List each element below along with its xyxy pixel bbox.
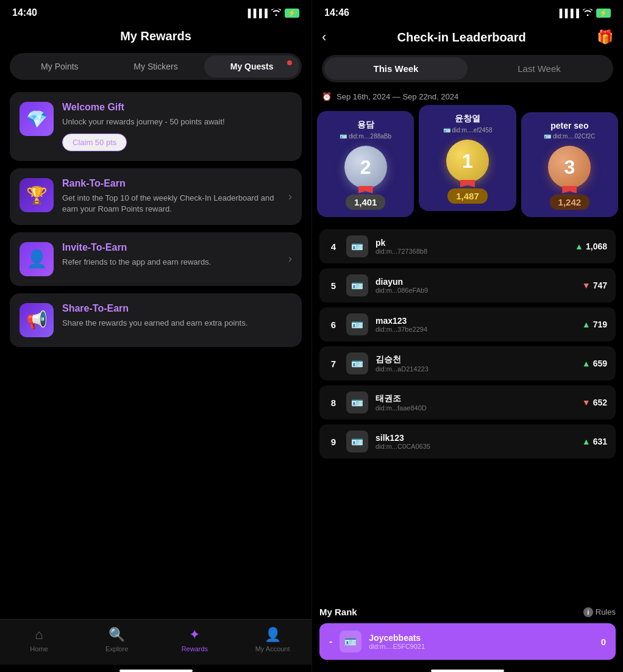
battery-icon: ⚡: [285, 9, 299, 18]
my-rank-score: 0: [601, 637, 606, 647]
lb-score-4: ▲ 1,068: [575, 241, 607, 251]
my-rank-bar: My Rank i Rules: [312, 601, 623, 623]
lb-did-6: did:m...37be2294: [376, 326, 575, 333]
my-rank-label: My Rank: [319, 607, 357, 617]
rewards-icon: ✦: [189, 627, 200, 643]
quest-arrow-rank[interactable]: ›: [288, 190, 292, 203]
lb-row-5: 5 🪪 diayun did:m...086eFAb9 ▼ 747: [319, 268, 616, 302]
lb-did-9: did:m...C0CA0635: [376, 443, 575, 450]
lb-name-5: diayun: [376, 277, 575, 287]
status-icons-right: ▐▐▐▐ ⚡: [557, 9, 611, 18]
lb-name-9: silk123: [376, 433, 575, 443]
lb-info-5: diayun did:m...086eFAb9: [376, 277, 575, 294]
lb-rank-5: 5: [328, 281, 339, 291]
quest-title-welcome: Welcome Gift: [62, 102, 292, 113]
lb-rank-6: 6: [328, 320, 339, 330]
lb-did-7: did:m...aD214223: [376, 365, 575, 373]
time-left: 14:40: [12, 7, 37, 18]
podium: 용담 🪪 did:m....288aBb 2 1,401 윤창열 🪪 did:m…: [312, 111, 623, 229]
tab-last-week[interactable]: Last Week: [468, 57, 611, 80]
avatar-icon-3rd: 🪪: [544, 133, 551, 140]
lb-did-4: did:m...727368b8: [376, 248, 568, 255]
quest-content-invite: Invite-To-Earn Refer friends to the app …: [62, 242, 280, 268]
rules-label: Rules: [596, 607, 616, 617]
medal-3rd: 3: [548, 146, 591, 188]
trend-icon-6: ▲: [582, 320, 591, 329]
podium-1st: 윤창열 🪪 did:m....ef2458 1 1,487: [419, 105, 516, 211]
lb-name-8: 태권조: [376, 393, 575, 404]
info-icon: i: [583, 607, 593, 617]
medal-ribbon-2nd: [358, 186, 373, 193]
claim-button[interactable]: Claim 50 pts: [62, 134, 127, 151]
quest-title-invite: Invite-To-Earn: [62, 242, 280, 253]
bottom-indicator-right: [431, 670, 504, 672]
lb-info-7: 김승천 did:m...aD214223: [376, 354, 575, 373]
nav-rewards-label: Rewards: [182, 645, 208, 652]
podium-3rd: peter seo 🪪 did:m....02Cf2C 3 1,242: [521, 112, 618, 217]
podium-2nd-did: 🪪 did:m....288aBb: [340, 133, 391, 140]
nav-rewards[interactable]: ✦ Rewards: [176, 627, 213, 652]
wifi-icon: [271, 9, 281, 18]
quest-content-rank: Rank-To-Earn Get into the Top 10 of the …: [62, 178, 280, 215]
tab-my-quests[interactable]: My Quests: [204, 55, 299, 77]
my-rank-info: Joycebbeats did:m....E5FC9021: [369, 633, 593, 650]
quest-arrow-invite[interactable]: ›: [288, 252, 292, 265]
quest-content-share: Share-To-Earn Share the rewards you earn…: [62, 303, 292, 329]
bottom-indicator-left: [119, 670, 193, 672]
signal-icon-right: ▐▐▐▐: [557, 9, 579, 18]
status-icons-left: ▐▐▐▐ ⚡: [245, 9, 299, 18]
lb-name-7: 김승천: [376, 354, 575, 365]
lb-info-6: max123 did:m...37be2294: [376, 316, 575, 333]
medal-ribbon-1st: [460, 180, 475, 187]
right-header: ‹ Check-in Leaderboard 🎁: [312, 23, 623, 55]
trend-icon-7: ▲: [582, 359, 591, 368]
quest-desc-rank: Get into the Top 10 of the weekly Check-…: [62, 193, 280, 215]
page-title-left: My Rewards: [0, 23, 312, 53]
clock-icon: ⏰: [322, 92, 332, 101]
lb-info-9: silk123 did:m...C0CA0635: [376, 433, 575, 450]
medal-ribbon-3rd: [562, 186, 577, 193]
tab-my-points[interactable]: My Points: [12, 55, 107, 77]
status-bar-left: 14:40 ▐▐▐▐ ⚡: [0, 0, 312, 23]
medal-1st: 1: [446, 140, 489, 182]
nav-home[interactable]: ⌂ Home: [21, 627, 57, 652]
nav-home-label: Home: [30, 645, 48, 652]
nav-explore-label: Explore: [105, 645, 128, 652]
lb-name-4: pk: [376, 238, 568, 248]
gift-button[interactable]: 🎁: [597, 29, 613, 45]
lb-score-8: ▼ 652: [582, 398, 607, 407]
status-bar-right: 14:46 ▐▐▐▐ ⚡: [312, 0, 623, 23]
my-rank-avatar: 🪪: [340, 631, 361, 652]
battery-icon-right: ⚡: [596, 9, 611, 18]
quest-icon-invite: 👤: [20, 242, 54, 276]
trend-icon-5: ▼: [582, 281, 591, 290]
quest-title-rank: Rank-To-Earn: [62, 178, 280, 189]
trend-icon-8: ▼: [582, 398, 591, 407]
home-icon: ⌂: [35, 627, 43, 643]
lb-score-5: ▼ 747: [582, 281, 607, 290]
podium-2nd-name: 용담: [357, 120, 374, 130]
my-rank-card: - 🪪 Joycebbeats did:m....E5FC9021 0: [319, 623, 616, 660]
quest-desc-welcome: Unlock your rewards journey - 50 points …: [62, 116, 292, 127]
podium-2nd-score: 1,401: [346, 195, 386, 210]
nav-explore[interactable]: 🔍 Explore: [99, 627, 135, 652]
quest-card-invite: 👤 Invite-To-Earn Refer friends to the ap…: [10, 232, 302, 286]
time-right: 14:46: [324, 7, 349, 18]
leaderboard-title: Check-in Leaderboard: [326, 30, 597, 45]
podium-1st-did: 🪪 did:m....ef2458: [443, 127, 493, 134]
podium-2nd: 용담 🪪 did:m....288aBb 2 1,401: [317, 111, 414, 217]
date-range-text: Sep 16th, 2024 — Sep 22nd, 2024: [336, 92, 458, 101]
bottom-nav-left: ⌂ Home 🔍 Explore ✦ Rewards 👤 My Account: [0, 619, 312, 665]
right-panel: 14:46 ▐▐▐▐ ⚡ ‹ Check-in Leaderboard 🎁 Th…: [312, 0, 623, 672]
account-icon: 👤: [265, 627, 281, 643]
nav-account[interactable]: 👤 My Account: [254, 627, 291, 652]
rules-button[interactable]: i Rules: [583, 607, 616, 617]
podium-1st-name: 윤창열: [455, 113, 480, 124]
week-tabs: This Week Last Week: [322, 55, 613, 82]
back-button[interactable]: ‹: [322, 29, 326, 45]
nav-account-label: My Account: [255, 645, 290, 652]
tab-this-week[interactable]: This Week: [324, 57, 468, 80]
tab-my-stickers[interactable]: My Stickers: [109, 55, 204, 77]
lb-row-6: 6 🪪 max123 did:m...37be2294 ▲ 719: [319, 307, 616, 341]
quest-desc-share: Share the rewards you earned and earn ex…: [62, 318, 292, 329]
